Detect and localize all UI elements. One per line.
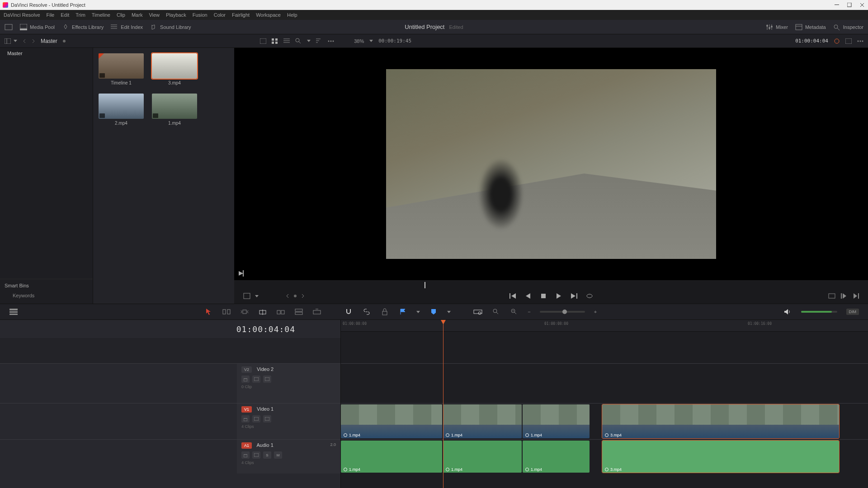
jog-fwd-icon[interactable] (301, 294, 305, 298)
mixer-toggle[interactable]: Mixer (766, 24, 788, 30)
link-toggle[interactable] (362, 308, 371, 316)
volume-slider[interactable] (801, 311, 837, 313)
detail-zoom[interactable] (491, 308, 500, 316)
sort-icon[interactable] (316, 38, 322, 44)
disable-track-button[interactable] (263, 375, 271, 383)
timeline-clip[interactable]: 1.mp4 (523, 441, 590, 473)
zoom-dropdown[interactable] (369, 40, 373, 42)
timeline-clip[interactable]: 3.mp4 (602, 441, 839, 473)
timeline-view-options[interactable] (9, 308, 18, 316)
last-frame-button[interactable] (571, 292, 578, 300)
strip-view-icon[interactable] (260, 38, 266, 44)
timeline-clip[interactable]: 1.mp4 (523, 404, 590, 438)
menu-timeline[interactable]: Timeline (92, 12, 110, 18)
single-viewer-icon[interactable] (845, 38, 852, 44)
track-header-a1[interactable]: A1 Audio 1 2.0 S M 4 Clips (237, 440, 340, 474)
match-frame-icon[interactable] (238, 270, 244, 277)
insert-clip-tool[interactable] (276, 308, 285, 316)
track-v2[interactable] (341, 363, 868, 403)
auto-select-button[interactable] (252, 451, 260, 459)
marker-tool[interactable] (429, 308, 438, 316)
clip-item[interactable]: Timeline 1 (99, 53, 144, 85)
timeline-clip[interactable]: 1.mp4 (341, 404, 442, 438)
menu-help[interactable]: Help (287, 12, 297, 18)
track-header-v1[interactable]: V1 Video 1 4 Clips (237, 404, 340, 439)
timeline-clip[interactable]: 1.mp4 (443, 404, 522, 438)
timeline-ruler[interactable]: 01:00:00:00 01:00:08:00 01:00:16:00 (341, 320, 868, 332)
auto-select-button[interactable] (252, 415, 260, 422)
timeline-clip[interactable]: 1.mp4 (443, 441, 522, 473)
media-pool-toggle[interactable]: Media Pool (20, 24, 55, 30)
lock-toggle[interactable] (380, 308, 389, 316)
viewer-canvas[interactable] (234, 48, 868, 280)
bin-master[interactable]: Master (0, 48, 93, 59)
dim-button[interactable]: DIM (846, 309, 859, 315)
prev-frame-button[interactable] (524, 292, 532, 300)
marker-dropdown[interactable] (447, 311, 451, 313)
solo-button[interactable]: S (263, 451, 271, 459)
track-badge[interactable]: A1 (241, 442, 252, 449)
zoom-slider[interactable] (540, 311, 585, 313)
maximize-button[interactable] (846, 2, 853, 8)
effects-library-toggle[interactable]: Effects Library (62, 24, 104, 30)
metadata-toggle[interactable]: Metadata (795, 24, 826, 30)
dynamic-trim-tool[interactable] (240, 308, 249, 316)
stop-button[interactable] (540, 292, 547, 300)
timeline-canvas[interactable]: 01:00:00:00 01:00:08:00 01:00:16:00 1.mp… (341, 320, 868, 488)
viewer-zoom[interactable]: 38% (354, 38, 364, 44)
mute-toggle[interactable] (783, 308, 792, 316)
track-a1[interactable]: 1.mp41.mp41.mp43.mp4 (341, 439, 868, 474)
breadcrumb-master[interactable]: Master (41, 38, 57, 44)
loop-button[interactable] (586, 292, 593, 300)
track-header-v2[interactable]: V2 Video 2 0 Clip (237, 364, 340, 403)
disable-track-button[interactable] (263, 415, 271, 422)
flag-dropdown[interactable] (416, 311, 420, 313)
menu-color[interactable]: Color (214, 12, 226, 18)
search-icon[interactable] (295, 38, 302, 44)
close-button[interactable] (859, 2, 865, 8)
menu-workspace[interactable]: Workspace (256, 12, 281, 18)
auto-select-button[interactable] (252, 375, 260, 383)
minimize-button[interactable] (834, 2, 840, 8)
menu-edit[interactable]: Edit (61, 12, 69, 18)
clip-item[interactable]: 1.mp4 (152, 94, 197, 126)
playhead[interactable] (443, 320, 443, 488)
bin-layout-toggle[interactable] (5, 38, 17, 44)
lock-track-button[interactable] (241, 415, 250, 422)
overlay-dropdown[interactable] (255, 295, 259, 297)
edit-index-toggle[interactable]: Edit Index (111, 24, 143, 30)
trim-tool[interactable] (222, 308, 231, 316)
go-out-icon[interactable] (853, 293, 859, 299)
track-badge[interactable]: V1 (241, 406, 252, 413)
inspector-toggle[interactable]: Inspector (833, 24, 863, 30)
menu-mark[interactable]: Mark (132, 12, 142, 18)
bypass-grades-icon[interactable] (834, 38, 840, 44)
lock-track-button[interactable] (241, 375, 250, 383)
list-view-icon[interactable] (283, 38, 290, 44)
blade-tool[interactable] (258, 308, 267, 316)
viewer-scrubber[interactable] (234, 282, 868, 288)
menu-clip[interactable]: Clip (117, 12, 125, 18)
selection-tool[interactable] (204, 308, 213, 316)
menu-view[interactable]: View (149, 12, 160, 18)
clip-item[interactable]: 2.mp4 (99, 94, 144, 126)
smart-bin-keywords[interactable]: Keywords (5, 291, 88, 300)
go-in-icon[interactable] (841, 293, 847, 299)
more-icon[interactable] (328, 40, 334, 42)
track-badge[interactable]: V2 (241, 366, 252, 373)
menu-fusion[interactable]: Fusion (193, 12, 208, 18)
sound-library-toggle[interactable]: Sound Library (150, 24, 191, 30)
menu-playback[interactable]: Playback (166, 12, 186, 18)
first-frame-button[interactable] (509, 292, 516, 300)
clip-item[interactable]: 3.mp4 (152, 53, 197, 85)
jog-center-icon[interactable] (294, 295, 297, 297)
snap-toggle[interactable] (344, 308, 353, 316)
transform-overlay-icon[interactable] (243, 293, 250, 299)
replace-clip-tool[interactable] (312, 308, 321, 316)
full-extent-zoom[interactable] (473, 308, 482, 316)
menu-file[interactable]: File (47, 12, 55, 18)
track-v1[interactable]: 1.mp41.mp41.mp43.mp4 (341, 403, 868, 439)
custom-zoom[interactable] (509, 308, 519, 316)
match-frame-icon[interactable] (828, 293, 835, 299)
jog-back-icon[interactable] (286, 294, 289, 298)
